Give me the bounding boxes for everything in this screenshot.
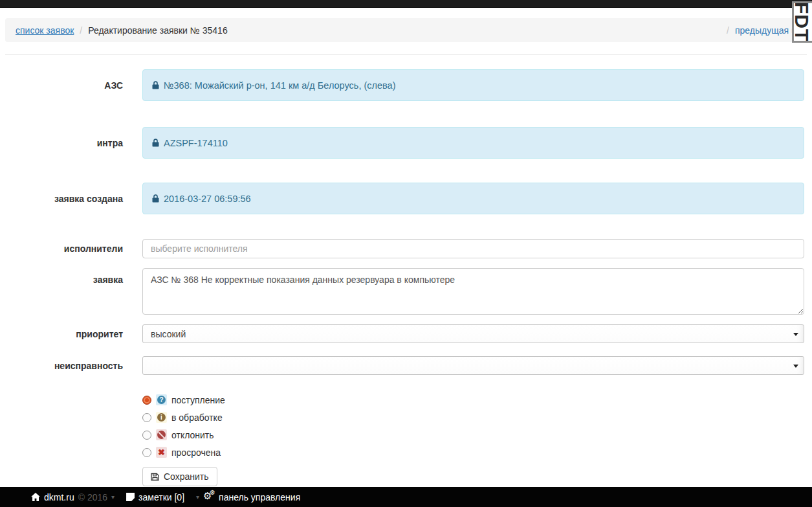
intra-label: интра bbox=[0, 138, 123, 148]
question-circle-icon: ? bbox=[156, 394, 167, 405]
cross-icon: ✖ bbox=[156, 447, 167, 458]
footer-copyright: © 2016 bbox=[78, 492, 107, 502]
malfunction-select[interactable] bbox=[142, 356, 804, 375]
field-row-malfunction: неисправность bbox=[0, 356, 812, 375]
top-bar bbox=[0, 0, 812, 8]
radio-unchecked[interactable] bbox=[142, 431, 151, 440]
created-label: заявка создана bbox=[0, 194, 123, 204]
home-icon bbox=[31, 493, 40, 501]
field-row-request-text: заявка АЗС № 368 Не корректные показания… bbox=[0, 268, 812, 315]
footer-notes-link[interactable]: заметки [0] bbox=[138, 492, 184, 502]
corner-tab-label: FDT bbox=[792, 2, 812, 41]
footer-site-link[interactable]: dkmt.ru bbox=[44, 492, 74, 502]
malfunction-label: неисправность bbox=[0, 361, 123, 371]
status-radio-group: ? поступление i в обработке отклонить ✖ … bbox=[142, 391, 812, 461]
select-arrow-icon bbox=[793, 365, 798, 368]
executors-input[interactable] bbox=[142, 239, 804, 258]
status-option-reject[interactable]: отклонить bbox=[142, 426, 812, 444]
footer-admin-link[interactable]: панель управления bbox=[219, 492, 300, 502]
intra-value: AZSPF-174110 bbox=[164, 138, 228, 148]
priority-selected-value: высокий bbox=[151, 329, 186, 339]
azs-value-box: №368: Можайский р-он, 141 км а/д Белорус… bbox=[142, 69, 804, 101]
radio-unchecked[interactable] bbox=[142, 448, 151, 457]
caret-down-icon[interactable]: ▾ bbox=[196, 493, 199, 501]
previous-request-link[interactable]: предыдущая bbox=[735, 25, 789, 36]
select-arrow-icon bbox=[793, 333, 798, 336]
divider bbox=[5, 54, 807, 55]
page-title: Редактирование заявки № 35416 bbox=[88, 25, 227, 36]
corner-tab: FDT bbox=[792, 1, 812, 43]
field-row-azs: АЗС №368: Можайский р-он, 141 км а/д Бел… bbox=[0, 69, 812, 101]
status-option-in-progress[interactable]: i в обработке bbox=[142, 409, 812, 426]
created-value-box: 2016-03-27 06:59:56 bbox=[142, 183, 804, 214]
request-text-label: заявка bbox=[0, 268, 123, 285]
created-value: 2016-03-27 06:59:56 bbox=[164, 194, 251, 204]
priority-select[interactable]: высокий bbox=[142, 324, 804, 343]
notes-icon bbox=[126, 493, 135, 501]
lock-icon bbox=[152, 194, 159, 203]
status-option-label: в обработке bbox=[171, 412, 223, 423]
azs-label: АЗС bbox=[0, 80, 123, 91]
status-option-label: просрочена bbox=[171, 447, 221, 458]
ban-icon bbox=[156, 429, 167, 440]
priority-label: приоритет bbox=[0, 329, 123, 339]
footer-bar: dkmt.ru © 2016 ▾ заметки [0] ▾ ⚙ ⚙ панел… bbox=[0, 487, 812, 507]
breadcrumb-separator: / bbox=[727, 25, 729, 36]
info-circle-icon: i bbox=[156, 412, 167, 423]
gears-icon: ⚙ ⚙ bbox=[203, 492, 215, 502]
radio-unchecked[interactable] bbox=[142, 413, 151, 422]
save-button[interactable]: Сохранить bbox=[142, 467, 217, 486]
lock-icon bbox=[152, 139, 159, 147]
caret-down-icon[interactable]: ▾ bbox=[111, 493, 115, 501]
breadcrumb-link-request-list[interactable]: список заявок bbox=[16, 25, 74, 36]
status-option-overdue[interactable]: ✖ просрочена bbox=[142, 444, 812, 461]
breadcrumb: список заявок / Редактирование заявки № … bbox=[5, 18, 807, 42]
save-button-label: Сохранить bbox=[164, 471, 209, 482]
save-icon bbox=[151, 473, 159, 481]
status-option-label: отклонить bbox=[171, 430, 214, 440]
field-row-intra: интра AZSPF-174110 bbox=[0, 127, 812, 159]
breadcrumb-separator: / bbox=[80, 25, 82, 36]
executors-label: исполнители bbox=[0, 243, 123, 254]
status-option-received[interactable]: ? поступление bbox=[142, 391, 812, 409]
request-text-area[interactable]: АЗС № 368 Не корректные показания данных… bbox=[142, 268, 804, 315]
azs-value: №368: Можайский р-он, 141 км а/д Белорус… bbox=[164, 80, 395, 91]
lock-icon bbox=[152, 81, 159, 89]
field-row-created: заявка создана 2016-03-27 06:59:56 bbox=[0, 183, 812, 214]
status-option-label: поступление bbox=[171, 395, 225, 405]
field-row-executors: исполнители bbox=[0, 239, 812, 258]
edit-request-form: АЗС №368: Можайский р-он, 141 км а/д Бел… bbox=[0, 69, 812, 486]
radio-checked[interactable] bbox=[142, 396, 151, 405]
field-row-priority: приоритет высокий bbox=[0, 324, 812, 343]
intra-value-box: AZSPF-174110 bbox=[142, 127, 804, 159]
